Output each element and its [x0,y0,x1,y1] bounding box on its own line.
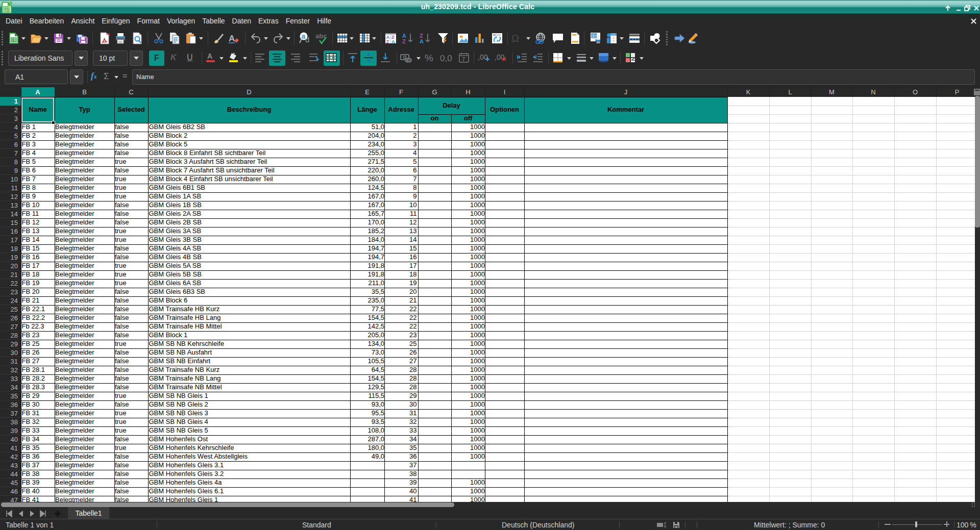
svg-text:Ω: Ω [511,33,519,44]
svg-text:A: A [420,38,424,44]
svg-text:,00: ,00 [478,53,488,61]
svg-text:A: A [391,39,395,44]
svg-text:A: A [207,52,212,60]
svg-text:Z: Z [402,38,406,44]
svg-text:A: A [229,34,235,43]
svg-text:7: 7 [462,56,465,62]
svg-text:Z: Z [386,39,389,44]
svg-text:a: a [302,32,306,40]
